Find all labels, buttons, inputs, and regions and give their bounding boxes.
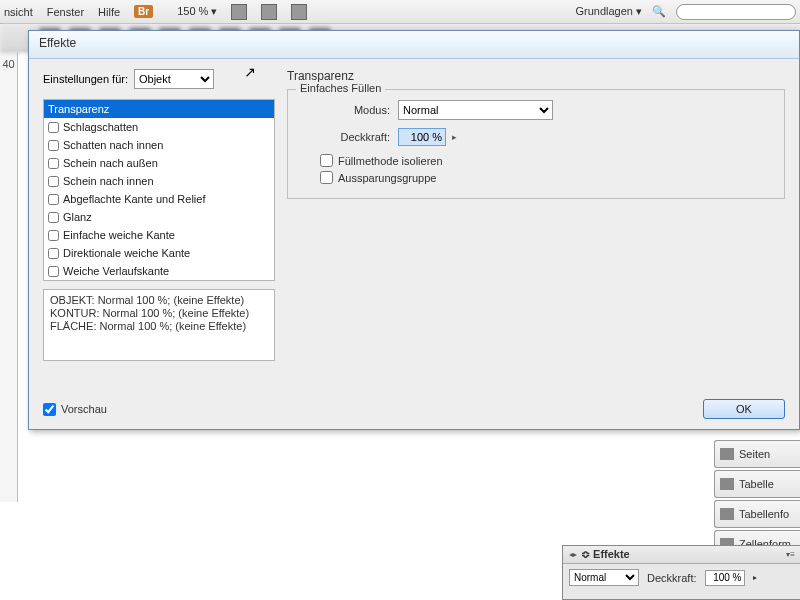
transparency-heading: Transparenz xyxy=(287,69,785,83)
panel-menu-icon[interactable]: ▾≡ xyxy=(786,550,795,559)
effects-panel: ◂▸ ≎ Effekte ▾≡ Normal Deckkraft: ▸ xyxy=(562,545,800,600)
effect-list: Transparenz Schlagschatten Schatten nach… xyxy=(43,99,275,281)
isolate-blending-label: Füllmethode isolieren xyxy=(338,155,443,167)
fieldset-label: Einfaches Füllen xyxy=(296,82,385,94)
ok-button[interactable]: OK xyxy=(703,399,785,419)
panel-mode-select[interactable]: Normal xyxy=(569,569,639,586)
mode-select[interactable]: Normal xyxy=(398,100,553,120)
search-icon: 🔍 xyxy=(652,5,666,18)
isolate-blending-checkbox[interactable] xyxy=(320,154,333,167)
ruler-tick: 40 xyxy=(0,58,17,70)
bridge-icon[interactable]: Br xyxy=(134,5,153,18)
preview-label: Vorschau xyxy=(61,403,107,415)
effect-checkbox[interactable] xyxy=(48,140,59,151)
panel-dock: Seiten Tabelle Tabellenfo Zellenform xyxy=(714,440,800,560)
knockout-group-checkbox[interactable] xyxy=(320,171,333,184)
effect-checkbox[interactable] xyxy=(48,266,59,277)
panel-table[interactable]: Tabelle xyxy=(714,470,800,498)
view-options-icon[interactable] xyxy=(261,4,277,20)
panel-pages[interactable]: Seiten xyxy=(714,440,800,468)
panel-tableformats[interactable]: Tabellenfo xyxy=(714,500,800,528)
effect-checkbox[interactable] xyxy=(48,248,59,259)
opacity-input[interactable] xyxy=(398,128,446,146)
effect-item-bevel[interactable]: Abgeflachte Kante und Relief xyxy=(44,190,274,208)
panel-opacity-label: Deckkraft: xyxy=(647,572,697,584)
menubar: nsicht Fenster Hilfe Br 150 % ▾ Grundlag… xyxy=(0,0,800,24)
panel-opacity-input[interactable] xyxy=(705,570,745,586)
effect-checkbox[interactable] xyxy=(48,122,59,133)
screen-mode-icon[interactable] xyxy=(231,4,247,20)
pages-icon xyxy=(720,448,734,460)
effect-item-transparency[interactable]: Transparenz xyxy=(44,100,274,118)
search-input[interactable] xyxy=(676,4,796,20)
settings-for-select[interactable]: Objekt xyxy=(134,69,214,89)
effect-item-satin[interactable]: Glanz xyxy=(44,208,274,226)
menu-window[interactable]: Fenster xyxy=(47,6,84,18)
mode-label: Modus: xyxy=(300,104,390,116)
dialog-title: Effekte xyxy=(29,31,799,59)
zoom-level[interactable]: 150 % ▾ xyxy=(177,5,217,18)
effect-summary: OBJEKT: Normal 100 %; (keine Effekte) KO… xyxy=(43,289,275,361)
effect-checkbox[interactable] xyxy=(48,176,59,187)
menu-view[interactable]: nsicht xyxy=(4,6,33,18)
effects-dialog: Effekte Einstellungen für: Objekt Transp… xyxy=(28,30,800,430)
arrange-icon[interactable] xyxy=(291,4,307,20)
table-icon xyxy=(720,478,734,490)
opacity-slider-icon[interactable]: ▸ xyxy=(452,132,457,142)
effect-checkbox[interactable] xyxy=(48,158,59,169)
settings-for-label: Einstellungen für: xyxy=(43,73,128,85)
effect-checkbox[interactable] xyxy=(48,212,59,223)
effect-item-gradientfeather[interactable]: Weiche Verlaufskante xyxy=(44,262,274,280)
effect-item-outerglow[interactable]: Schein nach außen xyxy=(44,154,274,172)
effect-checkbox[interactable] xyxy=(48,230,59,241)
opacity-label: Deckkraft: xyxy=(300,131,390,143)
effect-item-basicfeather[interactable]: Einfache weiche Kante xyxy=(44,226,274,244)
workspace-switcher[interactable]: Grundlagen ▾ xyxy=(575,5,642,18)
menu-help[interactable]: Hilfe xyxy=(98,6,120,18)
effect-checkbox[interactable] xyxy=(48,194,59,205)
panel-collapse-icon[interactable]: ◂▸ xyxy=(569,550,577,559)
knockout-group-label: Aussparungsgruppe xyxy=(338,172,436,184)
tableformat-icon xyxy=(720,508,734,520)
effects-panel-title: ≎ Effekte xyxy=(581,548,630,561)
preview-checkbox[interactable] xyxy=(43,403,56,416)
effect-item-directionalfeather[interactable]: Direktionale weiche Kante xyxy=(44,244,274,262)
panel-opacity-slider-icon[interactable]: ▸ xyxy=(753,573,757,582)
effect-item-innershadow[interactable]: Schatten nach innen xyxy=(44,136,274,154)
effect-item-innerglow[interactable]: Schein nach innen xyxy=(44,172,274,190)
basic-blending-group: Einfaches Füllen Modus: Normal Deckkraft… xyxy=(287,89,785,199)
effect-item-dropshadow[interactable]: Schlagschatten xyxy=(44,118,274,136)
